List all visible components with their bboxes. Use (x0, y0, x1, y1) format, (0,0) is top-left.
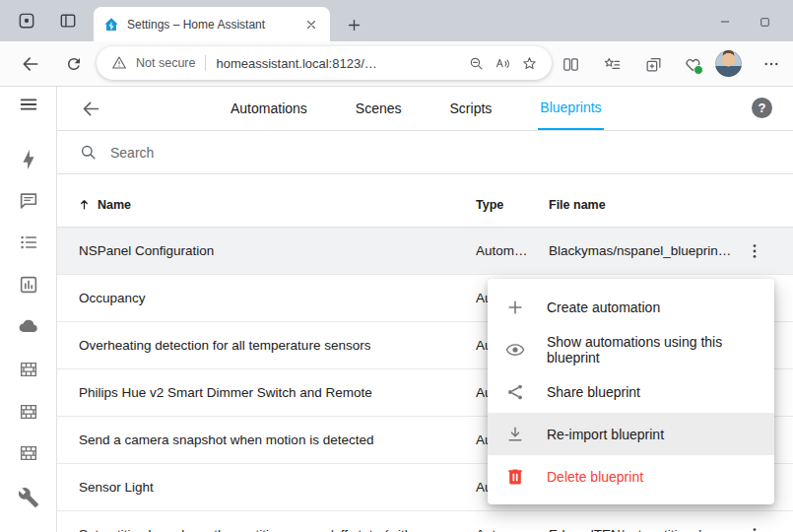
menu-item-show-automations[interactable]: Show automations using this blueprint (488, 328, 774, 370)
menu-item-reimport-blueprint[interactable]: Re-import blueprint (488, 413, 774, 455)
help-icon[interactable]: ? (752, 98, 772, 118)
row-name: Sensor Light (79, 464, 154, 510)
row-type: Autom… (476, 228, 528, 274)
sidebar-item-integration-1[interactable] (13, 354, 44, 385)
sidebar-item-cloud[interactable] (13, 310, 44, 342)
refresh-icon[interactable] (61, 51, 87, 77)
row-context-menu: Create automation Show automations using… (488, 279, 774, 504)
hamburger-icon (18, 94, 39, 115)
address-divider (205, 55, 206, 71)
split-screen-icon[interactable] (558, 51, 583, 77)
row-name: Overheating detection for all temperatur… (79, 322, 370, 368)
search-bar[interactable]: Search (57, 131, 793, 174)
spacer (57, 174, 793, 182)
home-assistant-favicon (103, 17, 119, 33)
row-file: Blackymas/nspanel_blueprin… (549, 228, 731, 274)
menu-item-delete-blueprint[interactable]: Delete blueprint (488, 455, 774, 498)
download-icon (505, 425, 525, 444)
sidebar-item-todo-list[interactable] (13, 227, 44, 258)
menu-item-create-automation[interactable]: Create automation (488, 286, 774, 328)
row-type: Autom… (476, 511, 528, 532)
browser-toolbar: Not secure homeassistant.local:8123/… (0, 41, 793, 87)
chart-box-icon (18, 274, 39, 296)
sidebar-item-developer-tools[interactable] (13, 482, 44, 513)
row-name: NSPanel Configuration (79, 228, 214, 274)
search-icon (79, 143, 98, 162)
row-name: Send a camera snapshot when motion is de… (79, 417, 373, 463)
lightning-icon (18, 149, 39, 170)
ha-header: Automations Scenes Scripts Blueprints ? (57, 87, 793, 131)
tab-automations[interactable]: Automations (229, 87, 309, 130)
not-secure-warning-icon[interactable] (109, 53, 129, 73)
list-icon (18, 232, 39, 253)
chat-icon (18, 190, 39, 212)
tab-scenes[interactable]: Scenes (354, 87, 404, 130)
url-text[interactable]: homeassistant.local:8123/… (216, 56, 459, 71)
grid-icon (18, 442, 39, 464)
tab-blueprints[interactable]: Blueprints (538, 87, 603, 130)
new-tab-button[interactable] (343, 14, 364, 35)
eye-icon (505, 340, 525, 360)
plus-icon (505, 298, 525, 317)
sidebar-item-energy[interactable] (13, 144, 44, 175)
back-icon[interactable] (18, 51, 43, 77)
sort-ascending-icon (77, 197, 92, 212)
tab-actions-icon[interactable] (57, 10, 79, 32)
favorites-icon[interactable] (599, 51, 625, 77)
workspaces-icon[interactable] (16, 10, 37, 32)
row-overflow-icon[interactable] (743, 523, 766, 532)
column-type[interactable]: Type (476, 182, 503, 227)
column-file-name[interactable]: File name (549, 182, 606, 227)
row-name: Set entities based on other entities new… (79, 511, 471, 532)
read-aloud-icon[interactable] (493, 53, 512, 73)
profile-avatar[interactable] (715, 50, 742, 77)
favorite-star-icon[interactable] (519, 53, 539, 73)
sidebar-menu-button[interactable] (13, 89, 44, 120)
ha-tab-bar: Automations Scenes Scripts Blueprints (229, 87, 604, 130)
zoom-out-icon[interactable] (466, 53, 486, 73)
row-name: Occupancy (79, 275, 146, 321)
share-icon (505, 382, 525, 402)
row-overflow-icon[interactable] (743, 239, 766, 263)
column-name[interactable]: Name (77, 182, 131, 227)
ha-back-icon[interactable] (79, 97, 102, 120)
cloud-icon (18, 315, 39, 337)
address-bar[interactable]: Not secure homeassistant.local:8123/… (97, 46, 552, 80)
trash-icon (505, 467, 525, 487)
collections-icon[interactable] (640, 51, 666, 77)
tab-close-icon[interactable] (302, 16, 320, 33)
grid-icon (18, 401, 39, 423)
security-label[interactable]: Not secure (136, 56, 195, 70)
browser-titlebar: Settings – Home Assistant (0, 0, 793, 41)
wrench-icon (18, 487, 39, 508)
browser-menu-icon[interactable] (759, 51, 784, 77)
ha-sidebar (0, 87, 57, 532)
row-name: Philips Hue v2 Smart Dimmer Switch and R… (79, 369, 372, 416)
sidebar-item-feedback[interactable] (13, 185, 44, 217)
table-row[interactable]: Set entities based on other entities new… (57, 511, 793, 532)
window-minimize-button[interactable] (710, 12, 740, 32)
browser-tab[interactable]: Settings – Home Assistant (94, 7, 330, 41)
search-input[interactable]: Search (110, 145, 154, 161)
status-badge (694, 65, 703, 75)
tab-scripts[interactable]: Scripts (448, 87, 495, 130)
row-file: EdwardTEN/set_entities_bas… (549, 511, 734, 532)
sidebar-item-history[interactable] (13, 269, 44, 300)
table-row[interactable]: NSPanel Configuration Autom… Blackymas/n… (57, 228, 793, 275)
menu-item-share-blueprint[interactable]: Share blueprint (488, 370, 774, 413)
browser-essentials-icon[interactable] (680, 51, 705, 77)
sidebar-item-integration-2[interactable] (13, 396, 44, 428)
tab-title: Settings – Home Assistant (127, 18, 295, 32)
sidebar-item-integration-3[interactable] (13, 437, 44, 469)
grid-icon (18, 359, 39, 380)
table-header: Name Type File name (57, 182, 793, 228)
window-restore-button[interactable] (750, 12, 779, 32)
